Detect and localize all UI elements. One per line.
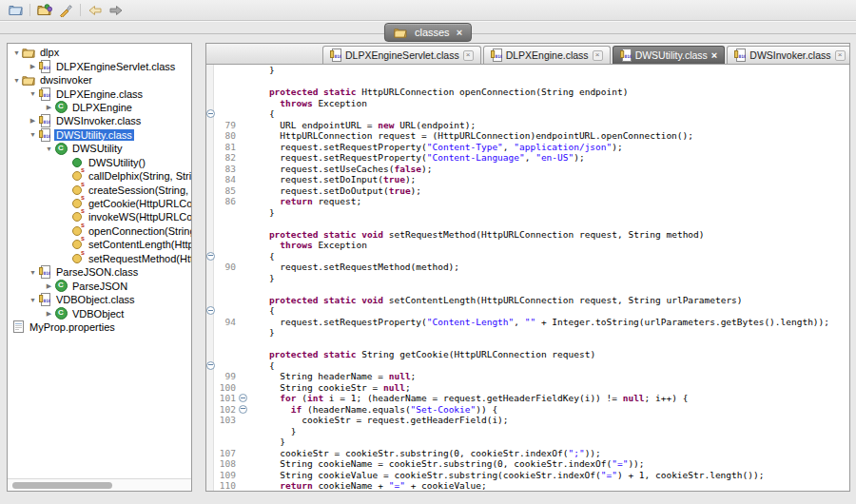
open-file-icon[interactable]	[6, 2, 25, 19]
fold-minus-icon[interactable]	[206, 361, 215, 370]
collapse-arrow-icon[interactable]: ▼	[28, 131, 38, 138]
code-text: URL endpointURL = new URL(endpoint);	[247, 120, 476, 131]
tree-item[interactable]: scallDelphix(String, Strin	[8, 169, 191, 183]
tree-item[interactable]: ssetContentLength(Http	[8, 238, 191, 251]
tree-horizontal-scrollbar[interactable]	[8, 478, 191, 491]
code-text: throws Exception	[247, 240, 367, 251]
line-number	[215, 295, 238, 306]
fold-minus-icon[interactable]	[206, 306, 215, 315]
collapse-arrow-icon[interactable]: ▼	[28, 269, 38, 276]
tree-item[interactable]: ▼010VDBObject.class	[8, 293, 191, 306]
tree-item[interactable]: sopenConnection(String)	[8, 224, 191, 238]
editor-tab[interactable]: 010DLPXEngineServlet.class×	[322, 46, 481, 64]
class-icon: C	[54, 101, 68, 113]
fold-minus-icon[interactable]	[206, 252, 215, 261]
expand-arrow-icon[interactable]: ▶	[28, 117, 38, 125]
back-arrow-icon[interactable]	[86, 2, 105, 19]
close-icon[interactable]: ×	[835, 50, 846, 61]
tree-item[interactable]: ▶CDLPXEngine	[8, 101, 191, 114]
tree-item-label: ParseJSON.class	[54, 266, 140, 278]
fold-minus-icon[interactable]	[239, 394, 247, 402]
annotation-ruler	[206, 339, 215, 350]
tree-item-label: callDelphix(String, Strin	[87, 170, 191, 182]
expand-arrow-icon[interactable]: ▶	[44, 310, 54, 318]
tree-item-label: getCookie(HttpURLCon	[87, 198, 191, 209]
code-line	[206, 283, 849, 295]
expand-arrow-icon[interactable]: ▶	[44, 282, 54, 290]
collapse-arrow-icon[interactable]: ▼	[28, 90, 38, 97]
editor-tab[interactable]: 010DWSInvoker.class×	[727, 46, 849, 64]
folding-ruler	[238, 120, 247, 131]
tree-item[interactable]: sgetCookie(HttpURLCon	[8, 197, 191, 210]
code-line: 83 request.setUseCaches(false);	[206, 164, 849, 175]
editor-panel: 010DLPXEngineServlet.class×010DLPXEngine…	[205, 43, 850, 492]
tree-item[interactable]: sinvokeWS(HttpURLConn	[8, 210, 191, 223]
folding-ruler	[238, 240, 247, 251]
tree-item[interactable]: MyProp.properties	[8, 320, 191, 334]
code-line: 103 cookieStr = request.getHeaderField(i…	[206, 415, 849, 426]
tree-item-label: setContentLength(Http	[87, 239, 191, 250]
paintbrush-icon[interactable]	[56, 2, 75, 19]
code-text: }	[247, 327, 275, 339]
folding-ruler	[238, 174, 247, 185]
code-text: request.setRequestProperty("Content-Lang…	[247, 152, 585, 164]
line-number	[215, 251, 238, 262]
svg-text:010: 010	[739, 54, 747, 59]
line-number: 85	[215, 185, 238, 197]
line-number	[215, 339, 238, 350]
code-line: protected static String getCookie(HttpUR…	[206, 349, 849, 360]
code-text: if (headerName.equals("Set-Cookie")) {	[247, 404, 497, 416]
code-line: 94 request.setRequestProperty("Content-L…	[206, 317, 849, 328]
code-line: 108 String cookieName = cookieStr.substr…	[206, 458, 849, 470]
expand-arrow-icon[interactable]: ▶	[28, 63, 38, 70]
close-icon[interactable]: ×	[463, 50, 474, 61]
annotation-ruler	[206, 108, 215, 120]
close-icon[interactable]: ×	[711, 51, 717, 60]
tree-item[interactable]: ▶010DWSInvoker.class	[8, 114, 191, 127]
close-icon[interactable]: ×	[593, 50, 603, 61]
annotation-ruler	[206, 371, 215, 382]
tree-item[interactable]: DWSUtility()	[8, 156, 191, 169]
forward-arrow-icon[interactable]	[107, 2, 126, 19]
folding-ruler	[238, 436, 247, 448]
tree-item[interactable]: screateSession(String, St	[8, 183, 191, 196]
tree-item[interactable]: ▼010DWSUtility.class	[8, 128, 191, 142]
close-icon[interactable]: ×	[457, 28, 462, 37]
code-text: throws Exception	[247, 98, 367, 109]
tree-item[interactable]: ▼010DLPXEngine.class	[8, 87, 191, 100]
code-line: 82 request.setRequestProperty("Content-L…	[206, 152, 849, 164]
annotation-ruler	[206, 207, 215, 219]
line-number	[215, 305, 238, 317]
tree-item[interactable]: ▼dwsinvoker	[8, 73, 191, 87]
editor-tab[interactable]: 010DWSUtility.class×	[613, 46, 726, 64]
scrollbar-thumb[interactable]	[12, 482, 112, 489]
annotation-ruler	[206, 349, 215, 360]
fold-minus-icon[interactable]	[239, 405, 247, 414]
tree-item[interactable]: ▼dlpx	[8, 46, 191, 59]
code-line: }	[206, 327, 849, 339]
annotation-ruler	[206, 76, 215, 87]
fold-minus-icon[interactable]	[206, 109, 215, 118]
line-number: 83	[215, 164, 238, 175]
folding-ruler	[238, 251, 247, 262]
collapse-arrow-icon[interactable]: ▼	[44, 145, 54, 152]
collapse-arrow-icon[interactable]: ▼	[11, 77, 22, 84]
class-icon: C	[54, 307, 68, 320]
tree-item[interactable]: ssetRequestMethod(Http	[8, 252, 191, 265]
collapse-arrow-icon[interactable]: ▼	[11, 49, 22, 56]
tree-item[interactable]: ▶CVDBObject	[8, 306, 191, 320]
line-number	[215, 108, 238, 120]
annotation-ruler	[206, 480, 215, 491]
open-type-icon[interactable]	[35, 2, 54, 19]
tree-item[interactable]: ▶010DLPXEngineServlet.class	[8, 59, 191, 72]
archive-tab-classes[interactable]: classes ×	[384, 23, 472, 42]
folding-ruler	[238, 360, 247, 372]
tree-item[interactable]: ▼010ParseJSON.class	[8, 265, 191, 279]
code-line: 86 return request;	[206, 196, 849, 207]
tree-item[interactable]: ▶CParseJSON	[8, 279, 191, 292]
expand-arrow-icon[interactable]: ▶	[44, 104, 54, 111]
collapse-arrow-icon[interactable]: ▼	[28, 297, 38, 303]
code-line: protected static void setRequestMethod(H…	[206, 229, 849, 241]
editor-tab[interactable]: 010DLPXEngine.class×	[483, 46, 611, 64]
tree-item[interactable]: ▼CDWSUtility	[8, 142, 191, 155]
